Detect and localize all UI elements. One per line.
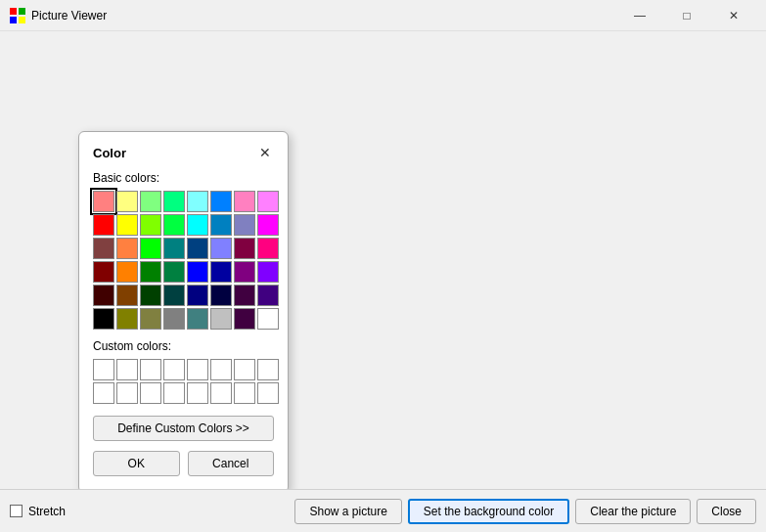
basic-color-cell[interactable] [234,238,255,259]
custom-color-cell[interactable] [140,382,161,404]
custom-color-cell[interactable] [116,359,138,380]
basic-color-cell[interactable] [93,238,114,259]
dialog-header: Color ✕ [93,144,274,161]
basic-color-cell[interactable] [257,238,279,259]
basic-color-cell[interactable] [140,308,161,330]
basic-color-cell[interactable] [163,214,185,236]
bottom-bar: Stretch Show a picture Set the backgroun… [0,489,766,532]
basic-color-cell[interactable] [140,261,161,283]
basic-color-cell[interactable] [257,191,279,212]
basic-color-cell[interactable] [140,191,161,212]
basic-color-cell[interactable] [210,191,232,212]
custom-color-cell[interactable] [116,382,138,404]
custom-color-cell[interactable] [187,359,208,380]
svg-rect-1 [19,8,25,15]
close-button[interactable]: Close [697,499,756,524]
custom-color-cell[interactable] [210,359,232,380]
basic-color-cell[interactable] [234,285,255,306]
dialog-actions: OK Cancel [93,451,274,476]
custom-color-cell[interactable] [210,382,232,404]
basic-color-cell[interactable] [257,214,279,236]
maximize-button[interactable]: □ [664,5,709,26]
show-picture-button[interactable]: Show a picture [294,499,401,524]
basic-color-cell[interactable] [93,285,114,306]
svg-rect-2 [10,17,17,23]
action-buttons: Show a picture Set the background color … [294,499,756,524]
basic-color-cell[interactable] [234,308,255,330]
basic-color-cell[interactable] [187,308,208,330]
ok-button[interactable]: OK [93,451,180,476]
basic-color-cell[interactable] [210,214,232,236]
color-dialog: Color ✕ Basic colors: Custom colors: Def… [78,131,289,493]
custom-color-cell[interactable] [234,359,255,380]
custom-color-cell[interactable] [257,382,279,404]
basic-color-cell[interactable] [257,285,279,306]
basic-color-cell[interactable] [93,214,114,236]
stretch-checkbox[interactable] [10,505,23,517]
basic-color-cell[interactable] [140,214,161,236]
svg-rect-3 [19,17,25,23]
custom-colors-grid [93,359,274,404]
basic-color-cell[interactable] [187,238,208,259]
basic-color-cell[interactable] [163,285,185,306]
basic-color-cell[interactable] [187,261,208,283]
basic-color-cell[interactable] [210,261,232,283]
basic-color-cell[interactable] [116,308,138,330]
basic-color-cell[interactable] [93,308,114,330]
app-icon [10,8,25,23]
basic-color-cell[interactable] [210,308,232,330]
basic-color-cell[interactable] [234,214,255,236]
basic-color-cell[interactable] [116,191,138,212]
define-custom-colors-button[interactable]: Define Custom Colors >> [93,416,274,441]
basic-color-cell[interactable] [187,214,208,236]
basic-color-cell[interactable] [163,261,185,283]
cancel-button[interactable]: Cancel [188,451,275,476]
clear-picture-button[interactable]: Clear the picture [575,499,691,524]
basic-color-cell[interactable] [93,191,114,212]
set-background-color-button[interactable]: Set the background color [408,499,569,524]
basic-color-cell[interactable] [116,261,138,283]
basic-color-cell[interactable] [210,238,232,259]
custom-color-cell[interactable] [140,359,161,380]
custom-colors-label: Custom colors: [93,339,274,353]
window-controls: — □ ✕ [617,5,756,26]
basic-color-cell[interactable] [257,308,279,330]
basic-color-cell[interactable] [234,191,255,212]
basic-color-cell[interactable] [257,261,279,283]
basic-color-cell[interactable] [187,285,208,306]
dialog-title: Color [93,146,126,160]
custom-color-cell[interactable] [187,382,208,404]
stretch-label: Stretch [28,505,66,518]
basic-color-cell[interactable] [187,191,208,212]
close-window-button[interactable]: ✕ [711,5,756,26]
svg-rect-0 [10,8,17,15]
custom-color-cell[interactable] [234,382,255,404]
basic-color-cell[interactable] [93,261,114,283]
basic-color-cell[interactable] [116,214,138,236]
basic-color-cell[interactable] [116,285,138,306]
dialog-close-button[interactable]: ✕ [256,144,274,161]
basic-color-cell[interactable] [140,238,161,259]
main-content: Color ✕ Basic colors: Custom colors: Def… [0,31,766,532]
custom-color-cell[interactable] [163,359,185,380]
basic-color-cell[interactable] [116,238,138,259]
dialog-overlay: Color ✕ Basic colors: Custom colors: Def… [0,63,766,489]
custom-color-cell[interactable] [93,359,114,380]
title-bar: Picture Viewer — □ ✕ [0,0,766,31]
basic-colors-label: Basic colors: [93,171,274,185]
basic-color-cell[interactable] [210,285,232,306]
basic-color-cell[interactable] [163,238,185,259]
basic-color-cell[interactable] [140,285,161,306]
minimize-button[interactable]: — [617,5,662,26]
app-title: Picture Viewer [31,9,107,22]
basic-color-cell[interactable] [234,261,255,283]
custom-color-cell[interactable] [257,359,279,380]
custom-color-cell[interactable] [93,382,114,404]
basic-color-cell[interactable] [163,308,185,330]
basic-color-cell[interactable] [163,191,185,212]
stretch-control: Stretch [10,505,66,518]
basic-colors-grid [93,191,274,330]
custom-color-cell[interactable] [163,382,185,404]
